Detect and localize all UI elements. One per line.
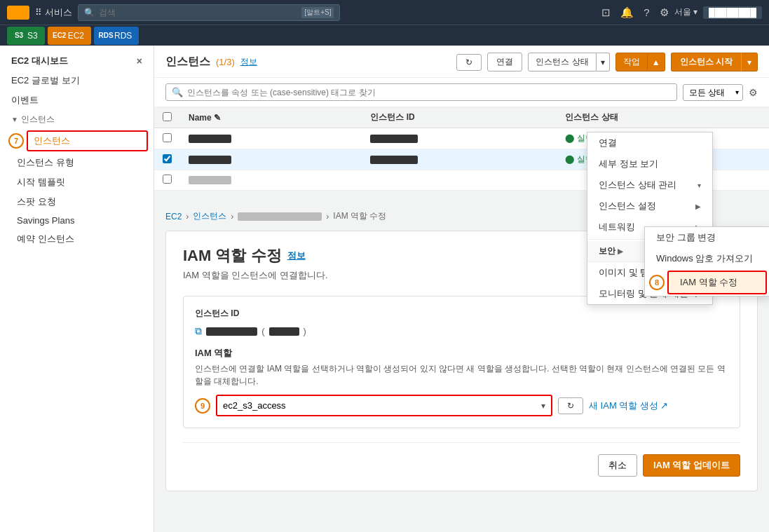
chevron-down-icon: ▾ [536,401,551,411]
search-shortcut: [알트+S] [301,7,334,18]
instances-panel: 인스턴스 (1/3) 정보 ↻ 연결 인스턴스 상태 ▾ 작업 ▲ [154,46,769,191]
sidebar-item-instance-types[interactable]: 인스턴스 유형 [0,153,154,172]
start-instance-caret[interactable]: ▾ [741,53,758,71]
sidebar-item-instances[interactable]: 인스턴스 [27,130,148,151]
instance-state-column-header: 인스턴스 상태 [557,107,769,128]
main-layout: EC2 대시보드 × EC2 글로벌 보기 이벤트 ▼ 인스턴스 7 인스턴스 … [0,46,769,532]
row2-name [189,156,231,164]
user-menu[interactable]: ████████ [703,6,762,19]
instances-count: (1/3) [216,57,235,67]
iam-role-description: 인스턴스에 연결할 IAM 역할을 선택하거나 역할이 생성되어 있지 않다면 … [195,362,728,388]
instances-search-input[interactable] [187,88,671,97]
connect-button[interactable]: 연결 [487,53,522,71]
security-group-change[interactable]: 보안 그룹 변경 [645,227,769,248]
instances-table-wrap: Name ✎ 인스턴스 ID 인스턴스 상태 [154,107,769,191]
select-all-checkbox[interactable] [163,112,172,121]
instance-id-field-label: 인스턴스 ID [195,308,728,320]
ec2-icon: EC2 [55,31,64,41]
annotation-8: 8 [649,275,665,290]
breadcrumb-instance-id [238,212,322,221]
iam-info-link[interactable]: 정보 [287,250,306,262]
work-menu-instance-state[interactable]: 인스턴스 상태 관리 ▾ [587,175,712,196]
instance-state-caret[interactable]: ▾ [597,53,610,71]
cloud-icon[interactable]: ⊡ [601,6,611,19]
ec2-dashboard-label[interactable]: EC2 대시보드 [11,55,68,67]
row1-checkbox[interactable] [163,133,172,142]
sidebar-item-savings-plans[interactable]: Savings Plans [0,212,154,229]
services-menu[interactable]: ⠿ 서비스 [35,6,72,19]
sidebar-item-instances-row: 7 인스턴스 [0,129,154,153]
instances-header: 인스턴스 (1/3) 정보 ↻ 연결 인스턴스 상태 ▾ 작업 ▲ [154,46,769,78]
sidebar-item-spot-requests[interactable]: 스팟 요청 [0,192,154,212]
refresh-icon: ↻ [567,401,574,411]
breadcrumb-sep3: › [326,212,329,221]
new-iam-role-link[interactable]: 새 IAM 역할 생성 ↗ [589,400,668,412]
edit-icon[interactable]: ✎ [214,113,221,123]
iam-role-select[interactable]: ec2_s3_access [217,396,536,415]
windows-password[interactable]: Windows 암호 가져오기 [645,248,769,269]
refresh-button[interactable]: ↻ [456,54,482,71]
status-filter-select[interactable]: 모든 상태 [683,84,743,101]
instances-search-bar: 🔍 모든 상태 ⚙ [154,78,769,107]
global-search[interactable]: 🔍 [알트+S] [78,4,341,21]
service-tab-ec2[interactable]: EC2 EC2 [48,27,91,45]
sidebar-instances-section[interactable]: ▼ 인스턴스 [0,110,154,129]
service-tab-s3[interactable]: S3 S3 [7,27,45,45]
instance-state-main[interactable]: 인스턴스 상태 [528,53,596,71]
instance-id-sep2: ) [304,326,306,336]
row3-checkbox[interactable] [163,175,172,184]
breadcrumb-instances[interactable]: 인스턴스 [193,210,226,222]
search-input[interactable] [99,8,298,18]
aws-logo: aws [7,6,29,20]
iam-role-modify-menu-item[interactable]: IAM 역할 수정 [667,271,767,294]
svg-text:aws: aws [10,11,21,17]
external-link-icon: ↗ [660,400,668,411]
iam-role-select-wrap: ec2_s3_access ▾ [216,395,552,416]
top-navigation: aws ⠿ 서비스 🔍 [알트+S] ⊡ 🔔 ? ⚙ 서울 ▾ ████████ [0,0,769,25]
rds-icon: RDS [101,31,111,41]
service-bar: S3 S3 EC2 EC2 RDS RDS [0,25,769,46]
instance-id-sep: ( [261,326,264,336]
breadcrumb-sep1: › [186,212,189,221]
iam-update-button[interactable]: IAM 역할 업데이트 [643,454,740,477]
search-input-wrap: 🔍 [165,83,677,101]
start-instance-button[interactable]: 인스턴스 시작 [671,53,741,71]
service-tab-rds[interactable]: RDS RDS [94,27,139,45]
s3-label: S3 [27,31,38,41]
sidebar: EC2 대시보드 × EC2 글로벌 보기 이벤트 ▼ 인스턴스 7 인스턴스 … [0,46,154,532]
region-selector[interactable]: 서울 ▾ [674,6,697,18]
row1-instance-id [370,135,417,143]
work-menu-instance-settings[interactable]: 인스턴스 설정 ▶ [587,196,712,217]
ec2-label: EC2 [68,31,84,41]
cancel-button[interactable]: 취소 [598,454,637,477]
sidebar-item-ec2-global[interactable]: EC2 글로벌 보기 [0,71,154,90]
status-filter-wrap: 모든 상태 [683,84,743,101]
instance-id-extra [269,327,299,336]
sidebar-item-events[interactable]: 이벤트 [0,90,154,110]
settings-icon[interactable]: ⚙ [660,6,669,19]
table-settings-icon[interactable]: ⚙ [749,87,758,98]
instance-id-column-header: 인스턴스 ID [362,107,557,128]
start-instance-button-group: 인스턴스 시작 ▾ [671,53,758,71]
action-main[interactable]: 작업 [615,53,648,71]
iam-refresh-button[interactable]: ↻ [558,397,583,414]
sidebar-item-reserved-instances[interactable]: 예약 인스턴스 [0,229,154,249]
help-icon[interactable]: ? [644,6,649,18]
iam-form-section: 인스턴스 ID ⧉ ( ) IAM 역할 인스턴스에 연결할 IAM 역할을 선… [183,296,740,428]
work-menu-detail-view[interactable]: 세부 정보 보기 [587,154,712,175]
action-caret[interactable]: ▲ [648,53,665,71]
name-column-header: Name ✎ [180,107,362,128]
work-menu-connect[interactable]: 연결 [587,132,712,154]
row2-checkbox[interactable] [163,154,172,163]
sidebar-item-launch-templates[interactable]: 시작 템플릿 [0,172,154,192]
search-icon: 🔍 [84,8,95,18]
sidebar-close-button[interactable]: × [137,55,142,67]
submenu-arrow: ▶ [695,203,701,210]
copy-icon[interactable]: ⧉ [195,325,202,337]
bell-icon[interactable]: 🔔 [620,6,634,19]
sidebar-header: EC2 대시보드 × [0,51,154,71]
breadcrumb-ec2[interactable]: EC2 [165,212,182,221]
instances-info-link[interactable]: 정보 [240,56,257,68]
security-submenu: 보안 그룹 변경 Windows 암호 가져오기 8 IAM 역할 수정 [644,226,769,296]
iam-role-modify-row: 8 IAM 역할 수정 [645,269,769,296]
